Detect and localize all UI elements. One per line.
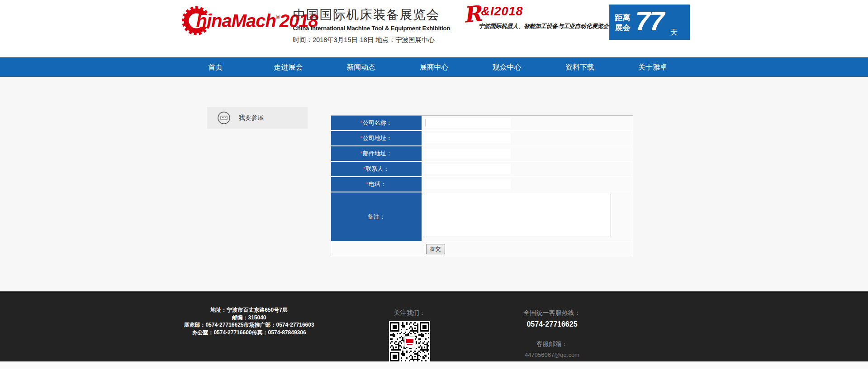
footer-dept-phones-line: 展览部：0574-27716625市场推广部：0574-27716603 [179, 321, 319, 329]
co-brand-logo: R&I2018 宁波国际机器人、智能加工设备与工业自动化展览会 [463, 5, 599, 30]
nav-item-news[interactable]: 新闻动态 [325, 57, 398, 77]
countdown-days: 77 [636, 5, 664, 37]
submit-cell: 提交 [422, 242, 633, 256]
company-name-input[interactable] [424, 118, 511, 128]
follow-us-label: 关注我们： [378, 309, 441, 317]
required-asterisk: * [366, 181, 368, 187]
nav-item-home[interactable]: 首页 [179, 57, 252, 77]
text-caret [426, 119, 426, 126]
phone-input[interactable] [424, 179, 511, 189]
bottom-strip [0, 361, 868, 369]
footer-postcode-line: 邮编：315040 [179, 314, 319, 322]
co-brand-r-letter: R [462, 4, 482, 24]
registered-mark: ® [276, 14, 280, 20]
form-row-remark: 备注： [331, 192, 633, 241]
exhibition-title-en: China International Machine Tool & Equip… [293, 25, 447, 32]
form-row-phone: *电话： [331, 177, 633, 192]
nav-item-exhibitor-center[interactable]: 展商中心 [398, 57, 470, 77]
contact-person-cell [422, 162, 633, 176]
exhibit-enquiry-form: *公司名称： *公司地址： *邮件地址： [331, 115, 633, 256]
service-email-value: 447056067@qq.com [478, 351, 627, 358]
site-header: hinaMach®2018 中国国际机床装备展览会 China Internat… [0, 0, 868, 57]
form-row-email: *邮件地址： [331, 146, 633, 161]
email-label: *邮件地址： [331, 146, 422, 161]
phone-cell [422, 177, 633, 192]
hotline-number: 0574-27716625 [478, 320, 627, 328]
submit-button[interactable]: 提交 [426, 244, 445, 254]
required-asterisk: * [360, 135, 362, 141]
remark-cell [422, 192, 633, 241]
form-row-contact-person: *联系人： [331, 162, 633, 176]
remark-textarea[interactable] [424, 194, 611, 236]
company-address-label: *公司地址： [331, 131, 422, 145]
email-cell [422, 146, 633, 161]
form-row-company-address: *公司地址： [331, 131, 633, 145]
company-name-label: *公司名称： [331, 116, 422, 130]
wechat-qr-code [389, 321, 430, 362]
submit-row-spacer [331, 242, 422, 256]
footer-address-line: 地址：宁波市百丈东路650号7层 [179, 306, 319, 314]
email-input[interactable] [424, 149, 511, 159]
site-footer: 地址：宁波市百丈东路650号7层 邮编：315040 展览部：0574-2771… [0, 291, 868, 361]
company-address-cell [422, 131, 633, 145]
sidebar-item-exhibit-apply[interactable]: 我要参展 [207, 107, 308, 129]
main-content: 我要参展 *公司名称： *公司地址： *邮件地址 [0, 77, 868, 291]
sidebar-item-label: 我要参展 [239, 114, 264, 122]
form-row-submit: 提交 [331, 242, 633, 256]
footer-contact-block: 地址：宁波市百丈东路650号7层 邮编：315040 展览部：0574-2771… [179, 306, 319, 336]
remark-label: 备注： [331, 192, 422, 241]
countdown-box: 距离展会 77 天 [609, 5, 690, 40]
footer-service-block: 全国统一客服热线： 0574-27716625 客服邮箱： 447056067@… [478, 309, 627, 358]
main-nav: 首页 走进展会 新闻动态 展商中心 观众中心 资料下载 关于雅卓 [0, 57, 868, 77]
required-asterisk: * [363, 166, 365, 172]
nav-item-downloads[interactable]: 资料下载 [543, 57, 616, 77]
nav-item-visitor-center[interactable]: 观众中心 [470, 57, 543, 77]
co-brand-wordmark: R&I2018 [463, 5, 599, 23]
badge-circle-icon [217, 111, 231, 125]
form-row-company-name: *公司名称： [331, 116, 633, 130]
footer-office-fax-line: 办公室：0574-27716600传真：0574-87849306 [179, 329, 319, 337]
page: hinaMach®2018 中国国际机床装备展览会 China Internat… [0, 0, 868, 370]
service-email-label: 客服邮箱： [478, 340, 627, 348]
company-name-cell [422, 116, 633, 130]
hotline-label: 全国统一客服热线： [478, 309, 627, 317]
exhibition-title-cn: 中国国际机床装备展览会 [293, 6, 447, 23]
phone-label: *电话： [331, 177, 422, 192]
nav-item-about-us[interactable]: 关于雅卓 [616, 57, 689, 77]
footer-follow-block: 关注我们： [378, 309, 441, 362]
company-address-input[interactable] [424, 133, 511, 143]
contact-person-label: *联系人： [331, 162, 422, 176]
countdown-label: 距离展会 [615, 13, 631, 33]
nav-item-about-expo[interactable]: 走进展会 [252, 57, 325, 77]
required-asterisk: * [360, 120, 362, 126]
contact-person-input[interactable] [424, 164, 511, 174]
countdown-unit: 天 [670, 27, 678, 37]
required-asterisk: * [360, 150, 362, 157]
nav-items: 首页 走进展会 新闻动态 展商中心 观众中心 资料下载 关于雅卓 [179, 57, 689, 77]
co-brand-subtitle: 宁波国际机器人、智能加工设备与工业自动化展览会 [478, 23, 599, 30]
exhibition-title-block: 中国国际机床装备展览会 China International Machine … [293, 6, 447, 44]
exhibition-date-location: 时间：2018年3月15日-18日 地点：宁波国展中心 [293, 36, 447, 44]
